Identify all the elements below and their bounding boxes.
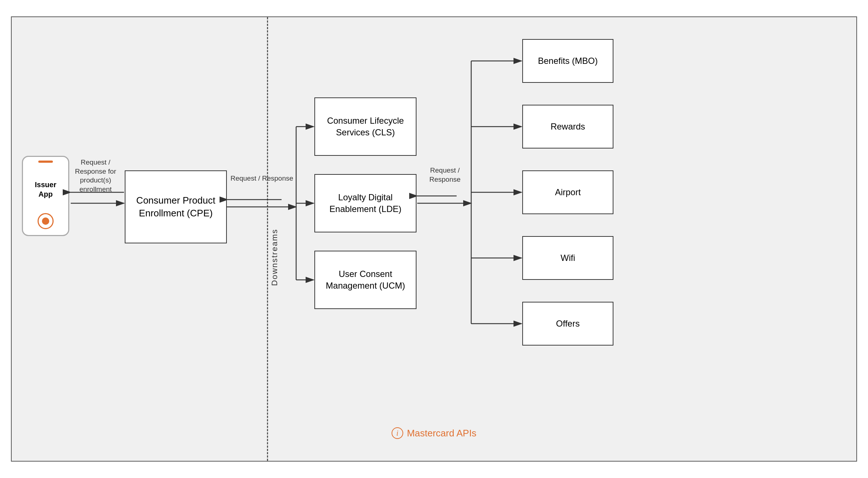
phone-top-bar bbox=[38, 161, 53, 163]
downstreams-label: Downstreams bbox=[270, 229, 279, 286]
phone-icon bbox=[38, 213, 54, 229]
box-offers: Offers bbox=[522, 302, 613, 346]
issuer-app-phone: IssuerApp bbox=[22, 156, 69, 236]
dashed-line bbox=[267, 17, 268, 461]
diagram-container: Downstreams IssuerApp Request / Response… bbox=[11, 16, 857, 462]
label-lde-request-response: Request / Response bbox=[423, 166, 467, 184]
box-lde: Loyalty Digital Enablement (LDE) bbox=[314, 174, 416, 232]
label-issuer-request-response: Request / Response for product(s) enroll… bbox=[68, 158, 123, 194]
label-cpe-request-response: Request / Response bbox=[229, 174, 295, 183]
box-wifi: Wifi bbox=[522, 236, 613, 280]
info-icon: i bbox=[392, 427, 403, 439]
box-rewards: Rewards bbox=[522, 105, 613, 149]
box-benefits: Benefits (MBO) bbox=[522, 39, 613, 83]
phone-icon-inner bbox=[42, 217, 49, 225]
box-cpe: Consumer Product Enrollment (CPE) bbox=[125, 170, 227, 243]
box-cls: Consumer Lifecycle Services (CLS) bbox=[314, 97, 416, 156]
issuer-app-label: IssuerApp bbox=[35, 166, 57, 213]
box-airport: Airport bbox=[522, 170, 613, 214]
box-ucm: User Consent Management (UCM) bbox=[314, 251, 416, 309]
mastercard-apis-label: i Mastercard APIs bbox=[392, 427, 477, 439]
